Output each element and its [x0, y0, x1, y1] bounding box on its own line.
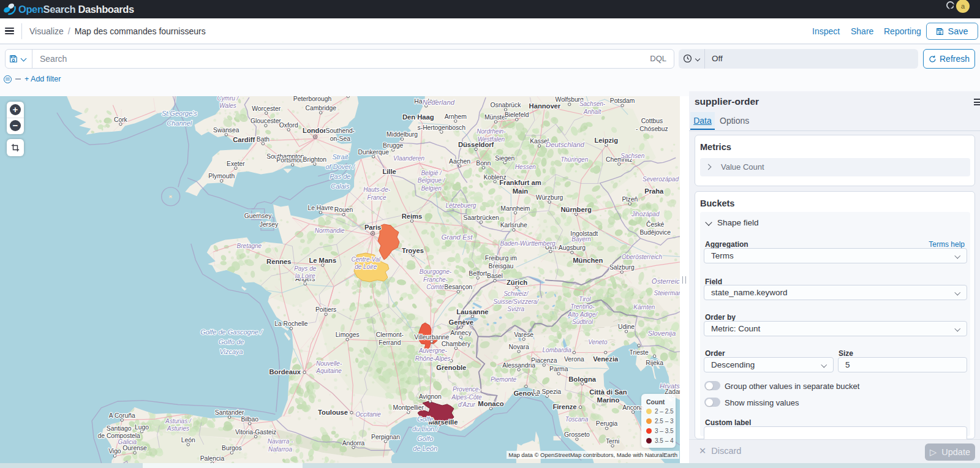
- svg-text:Cottbus: Cottbus: [641, 118, 663, 124]
- svg-text:Osnabrück: Osnabrück: [491, 102, 522, 108]
- svg-text:Occitanie: Occitanie: [355, 411, 381, 418]
- svg-text:Chambéry: Chambéry: [442, 341, 471, 347]
- svg-text:Siegen: Siegen: [495, 155, 514, 162]
- svg-text:Ourense: Ourense: [123, 445, 147, 451]
- svg-text:Ferrand: Ferrand: [379, 339, 401, 346]
- svg-text:Deutschland: Deutschland: [546, 141, 585, 148]
- svg-text:Mannheim: Mannheim: [500, 205, 530, 212]
- svg-text:Dunkerque: Dunkerque: [358, 149, 390, 156]
- svg-text:Guernsey: Guernsey: [244, 213, 272, 219]
- svg-text:du Lion /: du Lion /: [412, 425, 439, 432]
- svg-text:A Coruña: A Coruña: [109, 412, 135, 419]
- svg-text:Rennes: Rennes: [266, 258, 291, 265]
- svg-text:la Loire: la Loire: [295, 273, 315, 279]
- svg-text:Leipzig: Leipzig: [595, 137, 619, 144]
- svg-text:Asturias /: Asturias /: [165, 418, 192, 425]
- svg-text:Brugge: Brugge: [383, 142, 403, 149]
- svg-text:Jihozápad: Jihozápad: [631, 211, 660, 217]
- svg-text:Bourgogne-: Bourgogne-: [420, 268, 452, 275]
- svg-text:Belgien: Belgien: [421, 185, 442, 192]
- svg-text:Bilbao: Bilbao: [241, 416, 258, 423]
- svg-text:Piemonte: Piemonte: [491, 376, 517, 383]
- svg-text:Genève: Genève: [449, 319, 473, 326]
- svg-text:Marino: Marino: [597, 396, 620, 404]
- svg-text:Bayern: Bayern: [571, 236, 591, 243]
- svg-text:České: České: [646, 221, 664, 228]
- svg-text:Oberösterreich: Oberösterreich: [622, 254, 663, 260]
- svg-text:de León: de León: [413, 445, 437, 452]
- svg-text:Plymouth: Plymouth: [208, 173, 235, 179]
- svg-text:Nederland: Nederland: [423, 99, 455, 106]
- svg-text:Avignon: Avignon: [419, 393, 442, 400]
- svg-text:Franche-: Franche-: [423, 276, 448, 283]
- svg-text:Rouen: Rouen: [334, 206, 353, 213]
- svg-text:Cambridge: Cambridge: [306, 105, 337, 111]
- svg-text:Kärnten: Kärnten: [633, 304, 655, 311]
- svg-text:Santander: Santander: [215, 409, 244, 416]
- svg-text:Aachen: Aachen: [449, 158, 470, 165]
- svg-text:Santiago: Santiago: [107, 425, 132, 432]
- svg-text:Severozápad: Severozápad: [643, 176, 679, 183]
- svg-text:Pas de: Pas de: [330, 173, 350, 180]
- svg-text:Calais: Calais: [331, 183, 350, 190]
- svg-text:België /: België /: [421, 170, 442, 176]
- svg-text:Freiburg im: Freiburg im: [485, 255, 517, 262]
- svg-text:Golfo de: Golfo de: [219, 338, 244, 345]
- svg-text:Clermont-: Clermont-: [376, 331, 404, 338]
- svg-text:Nordrhein-: Nordrhein-: [477, 128, 506, 135]
- svg-text:La Spezia: La Spezia: [533, 388, 561, 395]
- svg-text:Pays de: Pays de: [294, 265, 317, 272]
- svg-text:Navarra -: Navarra -: [268, 438, 293, 445]
- svg-text:Thüringen: Thüringen: [560, 156, 588, 163]
- svg-text:Grenoble: Grenoble: [436, 364, 466, 371]
- svg-text:Gloucester: Gloucester: [251, 118, 281, 124]
- svg-text:Toscana: Toscana: [565, 416, 589, 423]
- svg-text:Bologna: Bologna: [568, 376, 597, 383]
- svg-text:Bretagne: Bretagne: [237, 243, 262, 249]
- svg-text:Alto Adige/: Alto Adige/: [567, 311, 598, 318]
- svg-text:León: León: [181, 437, 195, 443]
- svg-text:- Chósebuz: - Chósebuz: [636, 126, 668, 132]
- svg-text:Firenze: Firenze: [552, 403, 576, 410]
- svg-text:Sachsen-: Sachsen-: [579, 100, 606, 107]
- svg-text:Asturies: Asturies: [167, 425, 189, 432]
- svg-text:München: München: [573, 257, 603, 264]
- svg-text:Le Mans: Le Mans: [309, 257, 336, 264]
- svg-text:Lausanne: Lausanne: [456, 308, 488, 315]
- svg-text:Golfo: Golfo: [417, 435, 433, 442]
- svg-text:Middelburg: Middelburg: [386, 131, 418, 138]
- svg-text:Praha: Praha: [644, 187, 664, 195]
- svg-text:Channel: Channel: [167, 119, 192, 127]
- svg-text:Worcester: Worcester: [252, 105, 281, 112]
- svg-text:Lombardia: Lombardia: [543, 347, 572, 353]
- svg-text:Hauts-de-: Hauts-de-: [363, 186, 391, 193]
- svg-text:Saarbrücken: Saarbrücken: [463, 214, 499, 221]
- svg-text:Le Havre: Le Havre: [308, 205, 334, 211]
- svg-text:Bonn: Bonn: [476, 160, 491, 167]
- svg-text:Steiermark: Steiermark: [654, 290, 680, 296]
- svg-text:d'Azur: d'Azur: [458, 401, 476, 408]
- svg-text:Toulouse: Toulouse: [318, 409, 348, 416]
- svg-text:Trieste: Trieste: [630, 349, 649, 356]
- svg-text:Vlaanderen: Vlaanderen: [393, 155, 425, 162]
- svg-text:Wales: Wales: [219, 102, 236, 109]
- svg-text:Südtirol: Südtirol: [572, 319, 594, 325]
- svg-text:Rijeka: Rijeka: [646, 360, 663, 366]
- svg-text:Varese: Varese: [514, 331, 533, 338]
- svg-text:Peterborough: Peterborough: [293, 96, 332, 102]
- svg-text:La Rochelle: La Rochelle: [274, 320, 308, 327]
- svg-text:Schweiz/: Schweiz/: [503, 290, 529, 297]
- svg-text:Tirol: Tirol: [579, 296, 591, 303]
- svg-text:Nafarroa: Nafarroa: [268, 446, 292, 453]
- svg-text:Novara: Novara: [508, 344, 529, 350]
- svg-text:Reims: Reims: [402, 213, 423, 220]
- svg-text:Andorra: Andorra: [342, 440, 365, 447]
- svg-text:Svizra: Svizra: [507, 306, 524, 312]
- svg-text:Provence-: Provence-: [453, 386, 481, 393]
- svg-text:Cork: Cork: [114, 116, 128, 123]
- svg-text:Galicia: Galicia: [118, 439, 137, 445]
- svg-text:Trentino-: Trentino-: [570, 303, 595, 310]
- svg-text:Swansea: Swansea: [213, 127, 239, 134]
- svg-text:Monaco: Monaco: [478, 400, 503, 407]
- svg-text:Breisgau: Breisgau: [489, 263, 514, 270]
